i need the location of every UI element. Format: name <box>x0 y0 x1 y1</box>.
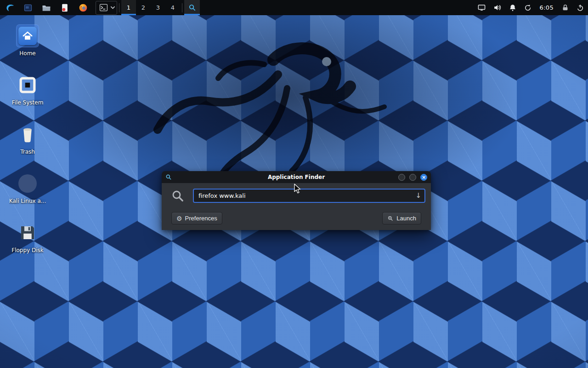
top-panel: 1 2 3 4 <box>0 0 588 15</box>
terminal-icon <box>99 3 108 12</box>
panel-tray: 6:05 <box>477 3 584 12</box>
desktop-icon-label: File System <box>12 99 44 106</box>
maximize-button[interactable] <box>409 174 416 181</box>
preferences-button[interactable]: ⚙ Preferences <box>171 212 222 224</box>
lock-screen-button[interactable] <box>561 4 569 12</box>
desktop-icon-home[interactable]: Home <box>5 20 51 69</box>
panel-launchers <box>4 1 117 15</box>
chevron-down-icon <box>110 5 115 10</box>
desktop-icon-file-system[interactable]: File System <box>5 69 51 119</box>
desktop-icon-label: Trash <box>20 149 35 155</box>
trash-icon <box>17 123 39 145</box>
volume-icon <box>493 3 502 12</box>
file-manager-button[interactable] <box>40 2 52 14</box>
folder-icon <box>42 3 51 12</box>
launch-button-label: Launch <box>396 215 416 222</box>
text-editor-button[interactable] <box>59 2 71 14</box>
application-finder-window: Application Finder × ↓ <box>162 171 431 230</box>
taskbar-application-finder[interactable] <box>184 0 200 15</box>
desktop-icon-kali-docs[interactable]: Kali Linux a... <box>5 168 51 217</box>
app-finder-icon <box>188 4 196 12</box>
display-tray-button[interactable] <box>477 3 486 12</box>
power-icon <box>576 4 584 12</box>
bell-icon <box>509 4 517 12</box>
home-icon <box>18 27 37 45</box>
launch-button[interactable]: Launch <box>382 212 421 224</box>
close-button[interactable]: × <box>420 174 427 181</box>
firefox-button[interactable] <box>77 2 89 14</box>
workspace-4[interactable]: 4 <box>165 0 180 15</box>
terminal-launcher-group <box>96 1 117 15</box>
lock-icon <box>561 4 569 12</box>
notifications-tray-button[interactable] <box>509 4 517 12</box>
launch-icon <box>387 215 394 222</box>
desktop-icon-floppy-disk[interactable]: Floppy Disk <box>5 217 51 266</box>
firefox-icon <box>79 3 88 12</box>
minimize-button[interactable] <box>398 174 405 181</box>
logout-button[interactable] <box>576 4 584 12</box>
workspace-3[interactable]: 3 <box>151 0 165 15</box>
desktop-root: 1 2 3 4 <box>0 0 588 368</box>
close-icon: × <box>422 175 426 180</box>
finder-button-row: ⚙ Preferences Launch <box>167 207 425 230</box>
preferences-button-label: Preferences <box>185 215 217 222</box>
window-launcher-button[interactable] <box>22 2 34 14</box>
window-title: Application Finder <box>162 174 431 180</box>
gear-icon: ⚙ <box>176 215 182 222</box>
document-icon <box>60 3 69 12</box>
search-input[interactable] <box>193 189 425 203</box>
entry-dropdown-arrow-icon[interactable]: ↓ <box>415 192 421 199</box>
desktop-icon-label: Floppy Disk <box>11 247 44 253</box>
mouse-cursor <box>293 184 302 196</box>
floppy-disk-icon <box>17 222 39 244</box>
display-icon <box>477 3 486 12</box>
search-entry-wrap: ↓ <box>193 189 425 203</box>
app-finder-icon <box>165 174 172 180</box>
desktop-icon-trash[interactable]: Trash <box>5 119 51 168</box>
clock[interactable]: 6:05 <box>539 4 554 11</box>
kali-menu-button[interactable] <box>4 2 16 14</box>
update-arrow-icon <box>524 4 532 12</box>
window-titlebar-icon <box>165 174 172 180</box>
terminal-button[interactable] <box>97 2 109 14</box>
window-controls: × <box>398 174 427 181</box>
workspace-1[interactable]: 1 <box>121 0 136 15</box>
desktop-icon-label: Kali Linux a... <box>9 198 46 204</box>
file-system-icon <box>17 74 39 96</box>
terminal-dropdown-button[interactable] <box>110 5 115 10</box>
updates-tray-button[interactable] <box>524 4 532 12</box>
workspace-2[interactable]: 2 <box>136 0 151 15</box>
kali-logo-icon <box>4 2 15 13</box>
volume-tray-button[interactable] <box>493 3 502 12</box>
panel-separator <box>182 3 182 12</box>
window-titlebar[interactable]: Application Finder × <box>162 171 431 183</box>
window-icon <box>23 3 33 12</box>
search-icon <box>171 189 185 203</box>
workspace-switcher: 1 2 3 4 <box>121 0 180 15</box>
panel-separator <box>119 3 119 12</box>
desktop-icon-label: Home <box>19 50 35 57</box>
kali-faded-icon <box>17 172 39 195</box>
home-icon-frame <box>17 25 39 47</box>
desktop-icon-column: Home File System Trash <box>5 20 51 266</box>
